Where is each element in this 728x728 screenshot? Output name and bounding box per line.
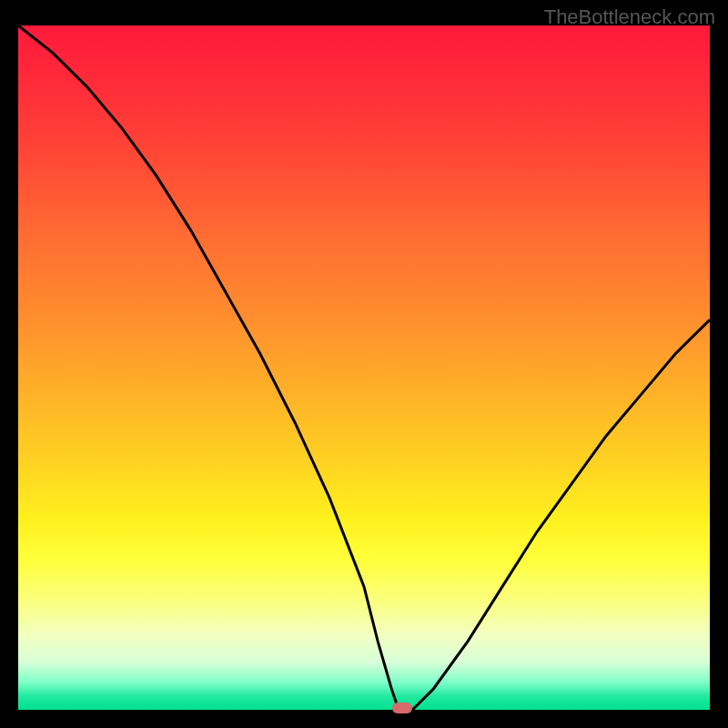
watermark-text: TheBottleneck.com [544,5,715,29]
bottleneck-curve [18,25,710,710]
optimal-point-marker [392,703,412,713]
chart-frame: TheBottleneck.com [0,0,728,728]
curve-line [18,25,710,710]
